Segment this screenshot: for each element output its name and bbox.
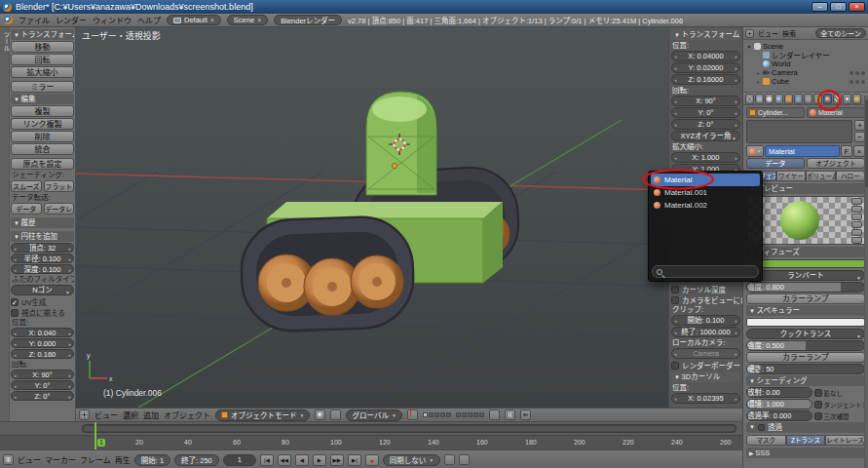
preview-sphere-button[interactable] xyxy=(851,206,862,213)
layer-8[interactable] xyxy=(468,412,472,417)
raytrace-button[interactable]: レイトレース xyxy=(825,435,865,446)
material-name-field[interactable]: Material xyxy=(765,145,840,157)
snap-magnet-icon[interactable] xyxy=(505,410,515,420)
layer-10[interactable] xyxy=(479,412,484,417)
diffuse-intensity-slider[interactable]: 強度: 0.800 xyxy=(746,282,865,292)
tab-modifiers[interactable] xyxy=(804,94,812,104)
timeline-menu-view[interactable]: ビュー xyxy=(18,454,41,465)
join-button[interactable]: 統合 xyxy=(11,143,74,155)
tab-material[interactable] xyxy=(823,94,832,104)
render-border-checkbox[interactable] xyxy=(671,362,679,370)
linked-duplicate-button[interactable]: リンク複製 xyxy=(11,118,74,130)
timeline-ruler[interactable]: 20406080100120140160180200220240260 xyxy=(0,435,742,449)
op-rot-x-field[interactable]: X: 90° xyxy=(11,370,74,379)
npanel-rot-x[interactable]: X: 90° xyxy=(671,96,740,106)
frame-start-field[interactable]: 開始: 1 xyxy=(134,454,170,466)
specular-panel-header[interactable]: スペキュラー xyxy=(746,305,865,316)
jump-to-start-button[interactable]: |◀ xyxy=(260,454,274,466)
data-transfer-button[interactable]: データ xyxy=(11,203,42,214)
frame-end-field[interactable]: 終了: 250 xyxy=(174,454,219,466)
link-object-button[interactable]: オブジェクト xyxy=(807,158,865,169)
timeline-scrollbar[interactable] xyxy=(82,424,736,433)
rotation-mode-dropdown[interactable]: XYZオイラー角 xyxy=(671,131,740,141)
tab-render[interactable] xyxy=(745,94,754,104)
panel-header-edit[interactable]: 編集 xyxy=(11,94,74,104)
breadcrumb-material[interactable]: Material xyxy=(807,107,865,118)
playhead-line[interactable] xyxy=(94,422,96,449)
outliner-editor-icon[interactable] xyxy=(745,29,754,38)
outliner-item-camera[interactable]: + Camera xyxy=(743,68,868,77)
panel-header-transform[interactable]: トランスフォーム xyxy=(11,29,74,40)
tool-shelf-tabs[interactable]: ツール xyxy=(0,27,10,421)
shading-panel-header[interactable]: シェーディング xyxy=(746,375,865,386)
tank-near-wheels[interactable] xyxy=(258,254,403,315)
type-halo-button[interactable]: ハロー xyxy=(836,171,866,181)
menu-render[interactable]: レンダー xyxy=(56,15,87,25)
blender-menu-icon[interactable] xyxy=(4,16,13,24)
duplicate-button[interactable]: 複製 xyxy=(11,105,74,117)
translucency-slider[interactable]: 透過率: 0.000 xyxy=(746,410,812,421)
diffuse-ramp-button[interactable]: カラーランプ xyxy=(746,293,865,304)
emit-slider[interactable]: 放射: 0.00 xyxy=(746,387,812,398)
tab-particles[interactable] xyxy=(843,94,851,104)
move-button[interactable]: 移動 xyxy=(11,41,74,53)
tab-world[interactable] xyxy=(774,94,783,104)
op-rot-y-field[interactable]: Y: 0° xyxy=(11,380,74,390)
type-wire-button[interactable]: ワイヤー xyxy=(776,171,807,181)
lock-icon[interactable] xyxy=(489,410,500,420)
material-slot-list[interactable] xyxy=(746,120,852,143)
tangent-shading-checkbox[interactable] xyxy=(814,401,822,409)
outliner-item-render-layers[interactable]: レンダーレイヤー xyxy=(743,51,868,59)
popup-item-material-001[interactable]: Material.001 xyxy=(651,186,760,199)
timeline-menu-playback[interactable]: 再生 xyxy=(115,454,131,465)
scene-close-icon[interactable]: × xyxy=(257,17,261,23)
manipulator-translate-icon[interactable] xyxy=(407,410,418,420)
timeline-menu-marker[interactable]: マーカー xyxy=(45,454,76,465)
layer-1[interactable] xyxy=(423,412,428,417)
layer-6[interactable] xyxy=(456,412,461,417)
npanel-scale-x[interactable]: X: 1.000 xyxy=(671,152,740,163)
sync-dropdown[interactable]: 同期しない ▼ xyxy=(383,454,440,466)
preview-monkey-button[interactable] xyxy=(851,221,862,228)
transparency-checkbox[interactable] xyxy=(758,424,765,431)
align-view-checkbox[interactable] xyxy=(11,309,19,317)
transparency-panel-header[interactable]: 透過 xyxy=(746,422,865,433)
tab-physics[interactable] xyxy=(852,94,861,104)
menu-window[interactable]: ウィンドウ xyxy=(93,15,132,25)
rotate-button[interactable]: 回転 xyxy=(11,54,74,65)
menu-help[interactable]: ヘルプ xyxy=(137,15,161,25)
layer-3[interactable] xyxy=(434,412,439,417)
layer-9[interactable] xyxy=(473,412,478,417)
preview-sky-button[interactable] xyxy=(851,237,862,244)
specular-shader-dropdown[interactable]: クックトランス xyxy=(746,329,865,339)
npanel-loc-x[interactable]: X: 0.04000 xyxy=(671,51,740,61)
prev-keyframe-button[interactable]: ◀◀ xyxy=(278,454,291,466)
renderability-icon[interactable] xyxy=(861,71,865,75)
mode-dropdown[interactable]: オブジェクトモード ▼ xyxy=(215,410,310,421)
outliner-menu-search[interactable]: 検索 xyxy=(782,28,796,38)
properties-scrollbar[interactable] xyxy=(864,96,868,468)
op-loc-z-field[interactable]: Z: 0.160 xyxy=(11,349,74,359)
data-layout-transfer-button[interactable]: データレ xyxy=(44,203,75,214)
tab-render-layers[interactable] xyxy=(755,94,764,104)
orientation-dropdown[interactable]: グローバル ▼ xyxy=(346,410,401,421)
operator-panel-header[interactable]: 円柱を追加 xyxy=(11,231,74,242)
viewport-menu-view[interactable]: ビュー xyxy=(94,410,118,420)
fake-user-button[interactable]: F xyxy=(841,145,852,157)
scale-button[interactable]: 拡大縮小 xyxy=(11,66,74,78)
op-rot-z-field[interactable]: Z: 0° xyxy=(11,391,74,401)
3d-viewport-canvas[interactable]: x y ユーザー・透視投影 (1) Cylinder.006 xyxy=(76,27,668,408)
timeline-menu-frame[interactable]: フレーム xyxy=(80,454,111,465)
play-reverse-button[interactable]: ◀ xyxy=(295,454,309,466)
mirror-button[interactable]: ミラー xyxy=(11,81,74,93)
tab-constraints[interactable] xyxy=(794,94,803,104)
breadcrumb-object[interactable]: Cylinder... xyxy=(746,107,805,118)
screen-layout-selector[interactable]: Default × xyxy=(167,15,221,25)
search-input[interactable] xyxy=(665,267,754,276)
scene-selector[interactable]: Scene × xyxy=(227,15,268,25)
npanel-loc-y[interactable]: Y: 0.02000 xyxy=(671,62,740,73)
tab-object[interactable] xyxy=(784,94,793,104)
specular-intensity-slider[interactable]: 強度: 0.500 xyxy=(746,340,865,351)
pivot-point-icon[interactable] xyxy=(330,410,341,420)
delete-button[interactable]: 削除 xyxy=(11,131,74,142)
